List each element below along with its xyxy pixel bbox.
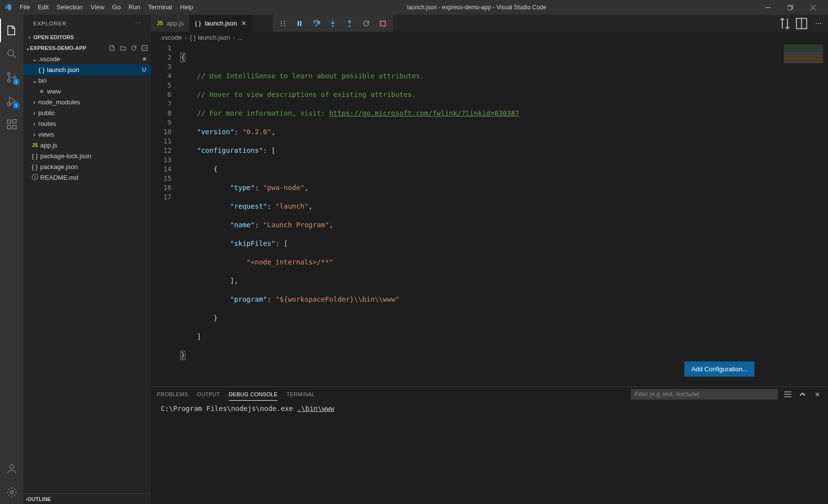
folder-routes[interactable]: › routes — [24, 118, 151, 129]
activity-scm[interactable]: 1 — [0, 66, 24, 89]
minimap[interactable] — [779, 43, 828, 386]
text-file-icon: ≡ — [37, 88, 46, 95]
outline-section[interactable]: › OUTLINE — [24, 493, 151, 504]
chevron-right-icon: › — [30, 98, 38, 106]
code-content[interactable]: { // Use IntelliSense to learn about pos… — [180, 43, 828, 386]
json-file-icon: { } — [190, 34, 196, 41]
window-controls — [756, 0, 824, 15]
file-launch-json[interactable]: { } launch.json U — [24, 64, 151, 75]
breadcrumb-folder[interactable]: .vscode — [160, 34, 182, 41]
minimize-button[interactable] — [756, 0, 779, 15]
sidebar: EXPLORER ⋯ › OPEN EDITORS ⌄ EXPRESS-DEMO… — [24, 15, 151, 504]
folder-public[interactable]: › public — [24, 107, 151, 118]
svg-point-12 — [10, 465, 14, 469]
tab-app-js[interactable]: JS app.js — [151, 15, 189, 32]
compare-changes-icon[interactable] — [778, 17, 792, 30]
panel-close-icon[interactable]: ✕ — [812, 389, 822, 399]
stop-button[interactable] — [376, 16, 390, 31]
step-into-button[interactable] — [326, 16, 340, 31]
folder-label: node_modules — [38, 98, 80, 106]
add-configuration-button[interactable]: Add Configuration... — [684, 361, 754, 377]
vscode-logo-icon — [4, 3, 12, 11]
chevron-down-icon: ⌄ — [30, 77, 38, 84]
menu-terminal[interactable]: Terminal — [144, 0, 176, 15]
file-app-js[interactable]: JS app.js — [24, 140, 151, 150]
activity-extensions[interactable] — [0, 113, 24, 136]
folder-label: routes — [38, 120, 56, 127]
menu-run[interactable]: Run — [125, 0, 144, 15]
folder-node-modules[interactable]: › node_modules — [24, 96, 151, 107]
panel-tab-problems[interactable]: PROBLEMS — [157, 388, 188, 400]
file-readme[interactable]: ⓘ README.md — [24, 172, 151, 183]
info-file-icon: ⓘ — [30, 173, 39, 182]
restart-button[interactable] — [359, 16, 374, 31]
filter-input[interactable] — [631, 389, 778, 400]
svg-point-3 — [8, 50, 14, 56]
folder-bin[interactable]: ⌄ bin — [24, 75, 151, 86]
chevron-down-icon: ⌄ — [30, 55, 38, 63]
console-line-arg: .\bin\www — [297, 405, 334, 412]
drag-handle-icon[interactable] — [276, 16, 290, 31]
folder-views[interactable]: › views — [24, 129, 151, 140]
menu-go[interactable]: Go — [108, 0, 125, 15]
step-over-button[interactable] — [309, 16, 324, 31]
folder-vscode[interactable]: ⌄ .vscode — [24, 53, 151, 64]
svg-point-23 — [316, 24, 317, 26]
new-file-icon[interactable] — [109, 45, 116, 51]
git-status-u: U — [142, 67, 146, 72]
collapse-icon[interactable] — [141, 45, 148, 51]
more-actions-icon[interactable]: ⋯ — [811, 17, 825, 30]
activity-search[interactable] — [0, 42, 24, 66]
panel-tab-output[interactable]: OUTPUT — [197, 388, 220, 400]
new-folder-icon[interactable] — [120, 45, 126, 51]
activity-explorer[interactable] — [0, 19, 24, 42]
file-package-lock[interactable]: { } package-lock.json — [24, 150, 151, 161]
line-gutter: 1234567891011121314151617 — [151, 43, 180, 386]
open-editors-section[interactable]: › OPEN EDITORS — [24, 32, 151, 43]
menu-help[interactable]: Help — [176, 0, 197, 15]
clear-console-icon[interactable] — [783, 389, 793, 399]
debug-console-output[interactable]: C:\Program Files\nodejs\node.exe .\bin\w… — [151, 402, 828, 504]
svg-rect-22 — [300, 21, 301, 26]
file-label: package.json — [40, 163, 78, 170]
chevron-right-icon: › — [185, 34, 187, 41]
chevron-down-icon: ⌄ — [25, 45, 30, 51]
menu-bar: File Edit Selection View Go Run Terminal… — [16, 0, 197, 15]
breadcrumb-label: launch.json — [198, 34, 230, 41]
close-button[interactable] — [802, 0, 824, 15]
panel-maximize-icon[interactable] — [798, 389, 807, 399]
menu-selection[interactable]: Selection — [52, 0, 86, 15]
close-icon[interactable]: ✕ — [240, 20, 248, 27]
split-editor-icon[interactable] — [795, 17, 808, 30]
breadcrumb-symbol[interactable]: ... — [238, 34, 244, 41]
activity-settings[interactable] — [0, 480, 24, 504]
step-out-button[interactable] — [342, 16, 357, 31]
project-header[interactable]: ⌄ EXPRESS-DEMO-APP — [24, 43, 151, 53]
svg-point-18 — [284, 21, 285, 22]
activity-account[interactable] — [0, 457, 24, 480]
window-title: launch.json - express-demo-app - Visual … — [197, 4, 756, 11]
json-file-icon: { } — [30, 152, 39, 160]
file-label: README.md — [40, 174, 78, 181]
breadcrumb-file[interactable]: { }launch.json — [190, 34, 230, 41]
panel-tab-terminal[interactable]: TERMINAL — [286, 388, 315, 400]
debug-toolbar[interactable] — [273, 15, 393, 32]
file-www[interactable]: ≡ www — [24, 86, 151, 96]
menu-view[interactable]: View — [87, 0, 108, 15]
refresh-icon[interactable] — [130, 45, 137, 51]
maximize-button[interactable] — [779, 0, 802, 15]
menu-edit[interactable]: Edit — [34, 0, 52, 15]
tab-launch-json[interactable]: { } launch.json ✕ — [189, 15, 253, 32]
pause-button[interactable] — [292, 16, 307, 31]
file-label: package-lock.json — [40, 152, 91, 160]
menu-file[interactable]: File — [16, 0, 34, 15]
folder-label: views — [38, 131, 54, 138]
panel-tab-debug-console[interactable]: DEBUG CONSOLE — [229, 388, 278, 401]
sidebar-more-icon[interactable]: ⋯ — [135, 20, 141, 26]
svg-point-17 — [281, 25, 282, 26]
breadcrumbs[interactable]: .vscode › { }launch.json › ... — [151, 32, 828, 43]
editor-body[interactable]: 1234567891011121314151617 { // Use Intel… — [151, 43, 828, 386]
file-package-json[interactable]: { } package.json — [24, 161, 151, 172]
activity-debug[interactable]: 1 — [0, 89, 24, 113]
file-label: app.js — [40, 142, 57, 149]
